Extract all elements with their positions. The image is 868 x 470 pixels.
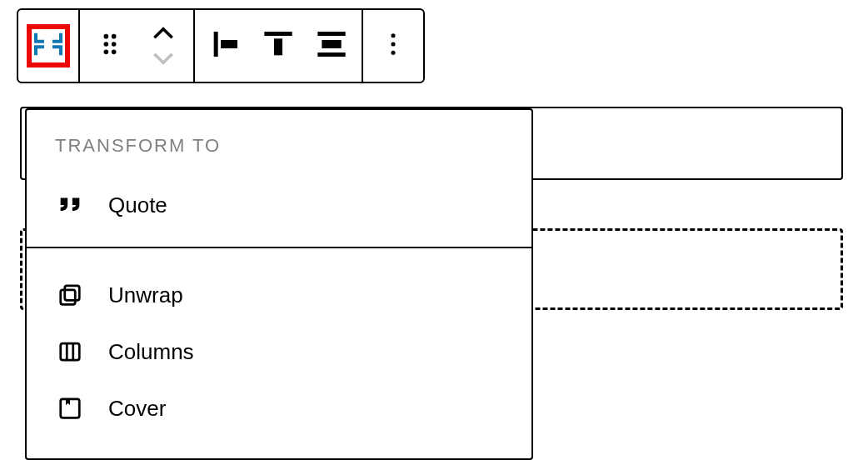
transform-option-cover[interactable]: Cover bbox=[27, 380, 531, 437]
valign-stretch-button[interactable] bbox=[310, 24, 353, 68]
transform-popover-secondary-group: Unwrap Columns Cover bbox=[27, 248, 531, 458]
cover-icon bbox=[55, 393, 85, 423]
transform-option-label: Unwrap bbox=[108, 282, 183, 308]
toolbar-group-block bbox=[18, 10, 80, 82]
transform-option-columns[interactable]: Columns bbox=[27, 323, 531, 380]
toolbar-group-more bbox=[363, 10, 423, 82]
align-stretch-icon bbox=[315, 28, 348, 64]
transform-popover: TRANSFORM TO Quote Unwrap Columns bbox=[25, 108, 533, 460]
unwrap-icon bbox=[55, 280, 85, 310]
svg-point-1 bbox=[112, 34, 117, 39]
chevron-down-icon bbox=[152, 48, 175, 69]
move-down-button[interactable] bbox=[142, 46, 185, 71]
svg-rect-10 bbox=[317, 32, 345, 36]
svg-point-5 bbox=[112, 50, 117, 55]
svg-rect-16 bbox=[61, 290, 76, 305]
valign-top-button[interactable] bbox=[257, 24, 300, 68]
row-block-icon bbox=[32, 28, 65, 64]
more-options-button[interactable] bbox=[372, 24, 415, 68]
svg-point-15 bbox=[391, 51, 395, 55]
svg-point-0 bbox=[104, 34, 109, 39]
toolbar-group-move bbox=[80, 10, 195, 82]
justify-left-icon bbox=[208, 28, 242, 64]
transform-option-label: Quote bbox=[108, 192, 167, 218]
columns-icon bbox=[55, 337, 85, 367]
svg-rect-7 bbox=[221, 40, 237, 48]
transform-option-label: Cover bbox=[108, 396, 166, 422]
toolbar-group-align bbox=[195, 10, 363, 82]
block-switcher-button[interactable] bbox=[27, 24, 70, 68]
align-top-icon bbox=[262, 28, 295, 64]
svg-point-2 bbox=[104, 42, 109, 47]
editor-canvas: TRANSFORM TO Quote Unwrap Columns bbox=[17, 107, 851, 323]
move-up-button[interactable] bbox=[142, 21, 185, 46]
svg-rect-11 bbox=[322, 40, 341, 48]
drag-handle-button[interactable] bbox=[88, 24, 132, 68]
transform-popover-primary-group: Quote bbox=[27, 177, 531, 248]
svg-point-13 bbox=[391, 33, 395, 38]
more-vertical-icon bbox=[389, 32, 397, 59]
transform-option-quote[interactable]: Quote bbox=[27, 177, 531, 233]
svg-rect-6 bbox=[214, 32, 218, 57]
svg-rect-18 bbox=[61, 343, 80, 360]
svg-point-14 bbox=[391, 42, 395, 46]
transform-option-label: Columns bbox=[108, 339, 194, 365]
justify-left-button[interactable] bbox=[203, 24, 247, 68]
quote-icon bbox=[55, 190, 85, 220]
svg-rect-8 bbox=[264, 32, 292, 36]
svg-point-4 bbox=[104, 50, 109, 55]
transform-popover-header: TRANSFORM TO bbox=[27, 110, 531, 177]
svg-rect-17 bbox=[65, 286, 80, 301]
svg-rect-12 bbox=[317, 52, 345, 57]
block-toolbar bbox=[17, 8, 425, 83]
transform-option-unwrap[interactable]: Unwrap bbox=[27, 267, 531, 323]
svg-point-3 bbox=[112, 42, 117, 47]
svg-rect-9 bbox=[274, 38, 282, 55]
chevron-up-icon bbox=[152, 22, 175, 44]
drag-handle-icon bbox=[100, 32, 120, 59]
